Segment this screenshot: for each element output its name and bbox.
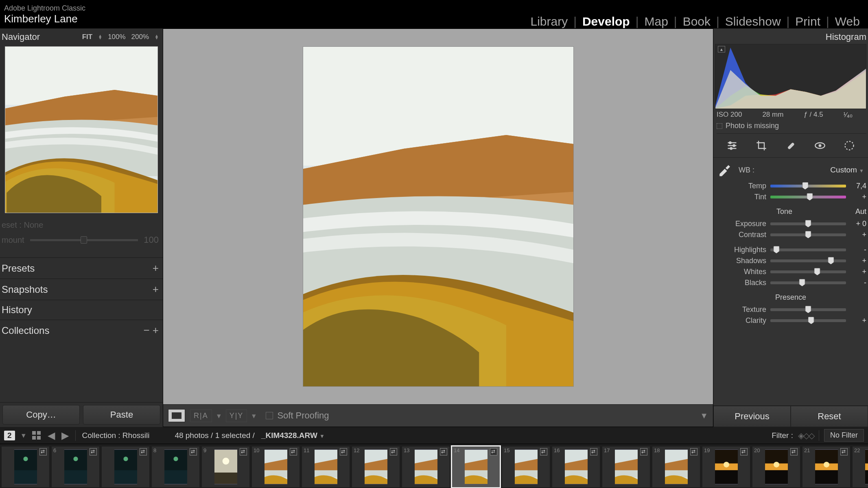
zoom-fit-menu-icon[interactable]: ▲▼ [98,35,102,39]
flag-filter-icons[interactable]: ◈◇◇ [798,431,814,440]
before-after-ra[interactable]: R|A [190,410,212,422]
exposure-slider[interactable] [770,222,846,225]
filmstrip-thumb[interactable] [102,447,149,487]
panel-snapshots[interactable]: Snapshots+ [0,279,163,300]
crop-icon[interactable] [754,139,768,152]
tint-slider[interactable] [770,196,846,198]
shadows-value[interactable]: + [850,257,866,265]
filmstrip-thumb[interactable]: 18 [652,447,700,487]
panel-presets[interactable]: Presets+ [0,257,163,279]
filmstrip-thumb[interactable]: 14 [452,447,500,487]
highlights-knob[interactable] [773,246,779,253]
photo-preview[interactable] [303,47,573,386]
wb-eyedropper-icon[interactable] [717,162,734,178]
module-web[interactable]: Web [829,15,866,28]
filmstrip-thumb[interactable]: 16 [552,447,600,487]
temp-knob[interactable] [802,182,808,190]
tint-value[interactable]: + [850,193,866,201]
edit-sliders-icon[interactable] [725,139,739,152]
wb-value[interactable]: Custom ▼ [830,166,866,174]
canvas[interactable] [163,29,713,404]
clarity-value[interactable]: + [850,316,866,325]
highlights-value[interactable]: - [850,246,866,254]
nav-fwd-icon[interactable]: ▶ [61,430,69,441]
module-book[interactable]: Book [677,15,716,28]
second-window-badge[interactable]: 2 [4,431,15,440]
previous-button[interactable]: Previous [713,406,791,427]
module-library[interactable]: Library [525,15,573,28]
blacks-slider[interactable] [770,281,846,284]
filmstrip-thumb[interactable]: 15 [502,447,550,487]
histogram[interactable] [715,44,866,109]
collection-path[interactable]: Collection : Rhossili [82,431,150,440]
reset-button[interactable]: Reset [791,406,868,427]
contrast-value[interactable]: + [850,231,866,239]
filmstrip-thumb[interactable]: 9 [202,447,249,487]
texture-knob[interactable] [805,306,811,313]
zoom-200[interactable]: 200% [131,33,149,41]
zoom-fit[interactable]: FIT [82,33,93,41]
tint-knob[interactable] [807,193,813,200]
paste-button[interactable]: Paste [83,405,160,425]
clarity-slider[interactable] [770,319,846,322]
soft-proofing-toggle[interactable]: Soft Proofing [266,410,329,421]
filmstrip-thumb[interactable]: 22 [853,447,868,487]
highlights-slider[interactable] [770,248,846,251]
filmstrip-thumb[interactable]: 12 [352,447,400,487]
soft-proofing-checkbox[interactable] [266,412,273,419]
panel-action-icon[interactable]: + [153,262,159,274]
shadows-slider[interactable] [770,259,846,262]
module-slideshow[interactable]: Slideshow [719,15,787,28]
panel-history[interactable]: History [0,300,163,320]
blacks-knob[interactable] [799,279,805,286]
filmstrip-thumb[interactable]: 8 [152,447,199,487]
temp-slider[interactable] [770,185,846,187]
contrast-knob[interactable] [805,231,811,238]
copy-button[interactable]: Copy… [2,405,80,425]
current-filename[interactable]: _KIM4328.ARW ▼ [261,431,325,440]
exposure-knob[interactable] [805,220,811,227]
healing-icon[interactable] [784,139,798,152]
whites-slider[interactable] [770,270,846,273]
whites-knob[interactable] [814,268,820,275]
module-map[interactable]: Map [638,15,673,28]
auto-tone-button[interactable]: Aut [855,207,868,216]
texture-slider[interactable] [770,308,846,311]
filmstrip-thumb[interactable]: 13 [402,447,450,487]
nav-back-icon[interactable]: ◀ [48,430,55,441]
zoom-100[interactable]: 100% [108,33,125,41]
panel-action-icon[interactable]: + [153,283,159,296]
filmstrip-thumb[interactable]: 6 [52,447,99,487]
navigator-zoom[interactable]: FIT ▲▼ 100% 200% ▲▼ [82,33,159,41]
filmstrip-thumb[interactable]: 17 [602,447,650,487]
blacks-value[interactable]: - [850,279,866,287]
filmstrip-thumb[interactable]: 19 [702,447,750,487]
panel-action-icon[interactable]: − + [143,324,159,337]
loupe-view-button[interactable] [168,409,185,422]
filter-preset-dropdown[interactable]: No Filter [824,429,864,442]
shadow-clipping-icon[interactable] [718,46,725,52]
amount-slider[interactable] [30,239,138,241]
exposure-value[interactable]: + 0 [850,220,866,228]
whites-value[interactable]: + [850,268,866,276]
clarity-knob[interactable] [808,317,814,324]
module-develop[interactable]: Develop [577,15,636,28]
filmstrip-thumb[interactable]: 11 [302,447,350,487]
filmstrip-thumb[interactable] [2,447,49,487]
navigator-preview[interactable] [5,46,158,213]
masking-icon[interactable] [842,139,856,152]
zoom-menu-icon[interactable]: ▲▼ [155,35,159,39]
module-print[interactable]: Print [789,15,826,28]
panel-collections[interactable]: Collections− + [0,320,163,341]
grid-view-icon[interactable] [32,431,41,440]
temp-value[interactable]: 7,4 [850,182,866,190]
contrast-slider[interactable] [770,233,846,236]
filmstrip[interactable]: 6891011121314151617181920212223 [0,444,868,488]
before-after-yy[interactable]: Y|Y [226,410,247,422]
shadows-knob[interactable] [828,257,834,264]
amount-knob[interactable] [81,236,87,244]
filmstrip-thumb[interactable]: 20 [752,447,800,487]
redeye-icon[interactable] [813,139,827,152]
filmstrip-thumb[interactable]: 10 [252,447,300,487]
filmstrip-thumb[interactable]: 21 [802,447,850,487]
